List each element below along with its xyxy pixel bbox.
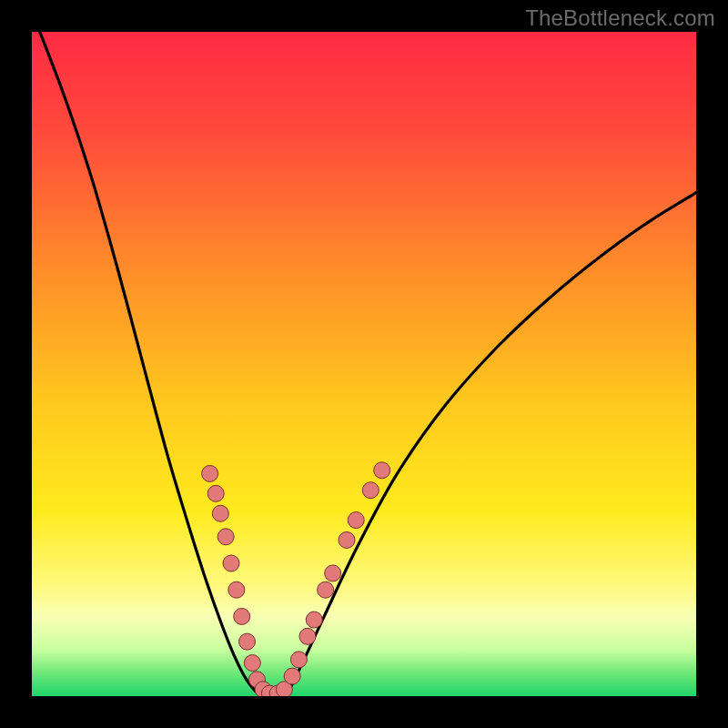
data-marker [299,628,316,644]
data-marker [239,633,256,650]
data-marker [306,612,322,628]
chart-svg [32,32,696,696]
data-marker [284,668,300,684]
plot-area [32,32,696,696]
data-marker [207,485,224,501]
data-marker [339,531,355,548]
data-marker [374,462,390,479]
data-marker [318,581,334,598]
data-marker [228,581,245,598]
data-marker [244,655,260,672]
chart-frame: TheBottleneck.com [0,0,728,728]
data-marker [217,529,234,545]
data-marker [290,652,307,668]
data-marker [325,565,341,581]
watermark-text: TheBottleneck.com [525,5,715,31]
data-marker [234,608,250,624]
gradient-background [32,32,696,696]
data-marker [362,482,379,499]
data-marker [348,512,364,529]
data-marker [202,465,218,481]
data-marker [223,555,239,571]
data-marker [212,505,228,521]
